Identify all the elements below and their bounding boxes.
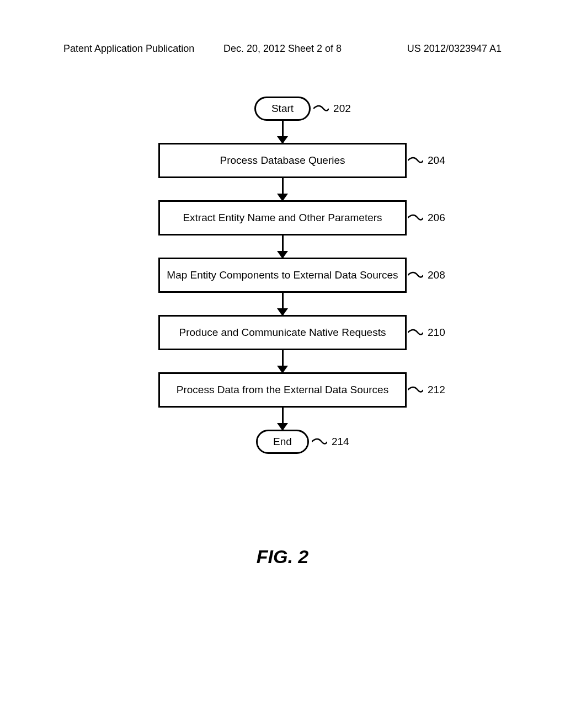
step-label: 210 (408, 326, 445, 339)
end-label: 214 (312, 436, 349, 448)
header-right-text: US 2012/0323947 A1 (407, 43, 502, 55)
arrow-container (282, 178, 284, 200)
end-terminator: End 214 (256, 430, 309, 454)
step-text: Process Data from the External Data Sour… (177, 384, 388, 395)
arrow-icon (282, 121, 284, 143)
end-text: End (273, 436, 292, 447)
page-header: Patent Application Publication Dec. 20, … (0, 43, 565, 55)
connector-icon (312, 437, 327, 446)
start-text: Start (271, 103, 294, 114)
arrow-icon (282, 178, 284, 200)
arrow-icon (282, 408, 284, 430)
process-step-2: Extract Entity Name and Other Parameters… (158, 200, 407, 235)
connector-icon (408, 271, 423, 280)
step-label: 206 (408, 212, 445, 224)
arrow-container (282, 121, 284, 143)
arrow-container (282, 350, 284, 372)
start-terminator: Start 202 (254, 97, 311, 121)
arrow-container (282, 293, 284, 315)
connector-icon (408, 328, 423, 337)
connector-icon (408, 386, 423, 394)
step-text: Extract Entity Name and Other Parameters (183, 212, 382, 223)
arrow-icon (282, 350, 284, 372)
process-step-1: Process Database Queries 204 (158, 143, 407, 178)
header-left-text: Patent Application Publication (63, 43, 194, 55)
arrow-container (282, 235, 284, 258)
step-label: 204 (408, 154, 445, 167)
process-step-5: Process Data from the External Data Sour… (158, 372, 407, 408)
step-text: Map Entity Components to External Data S… (167, 269, 398, 281)
step-label: 208 (408, 269, 445, 281)
process-step-4: Produce and Communicate Native Requests … (158, 315, 407, 350)
start-label: 202 (313, 103, 351, 115)
arrow-icon (282, 235, 284, 258)
step-text: Produce and Communicate Native Requests (179, 326, 386, 338)
flowchart-container: Start 202 Process Database Queries 204 E… (158, 97, 407, 454)
process-step-3: Map Entity Components to External Data S… (158, 258, 407, 293)
arrow-container (282, 408, 284, 430)
step-text: Process Database Queries (220, 154, 345, 166)
connector-icon (408, 213, 423, 222)
connector-icon (313, 104, 329, 113)
step-label: 212 (408, 384, 445, 396)
header-center-text: Dec. 20, 2012 Sheet 2 of 8 (223, 43, 342, 55)
connector-icon (408, 156, 423, 165)
arrow-icon (282, 293, 284, 315)
figure-label: FIG. 2 (257, 546, 308, 568)
